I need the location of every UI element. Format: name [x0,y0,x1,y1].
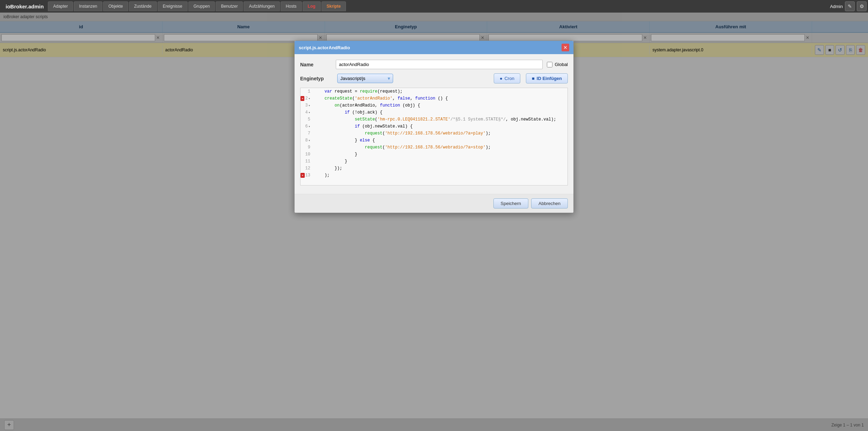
tab-zustaende[interactable]: Zustände [129,1,157,11]
code-line-3: 3 ▾ on(actorAndRadio, function (obj) { [301,102,567,109]
id-einfugen-btn[interactable]: ■ ID Einfügen [526,73,568,83]
code-content-5: setState('hm-rpc.0.LEQ0411821.2.STATE'/*… [313,116,567,123]
form-row-name: Name Global [300,60,568,69]
gear-icon-btn[interactable]: ⚙ [857,1,867,11]
code-content-9: request('http://192.168.178.56/webradio/… [313,144,567,151]
code-line-7: 7 request('http://192.168.178.56/webradi… [301,130,567,137]
gutter-2: ✕ 2 ▾ [301,96,313,101]
code-content-10: } [313,151,567,158]
code-line-6: 6 ▾ if (obj.newState.val) { [301,123,567,130]
code-content-8: } else { [313,137,567,144]
line-num-11: 11 [305,159,310,164]
error-icon-13: ✕ [301,173,305,178]
cron-icon: ● [500,76,502,81]
gutter-13: ✕ 13 [301,173,313,178]
code-line-9: 9 request('http://192.168.178.56/webradi… [301,144,567,151]
code-line-5: 5 setState('hm-rpc.0.LEQ0411821.2.STATE'… [301,116,567,123]
fold-icon-2[interactable]: ▾ [309,97,310,101]
content-area: ioBroker adapter scripts id Name Enginet… [0,13,868,431]
code-line-13: ✕ 13 ); [301,172,567,179]
tab-log[interactable]: Log [303,1,321,11]
code-content-3: on(actorAndRadio, function (obj) { [313,102,567,109]
line-num-1: 1 [308,89,310,94]
enginetyp-select-wrap: Javascript/js CoffeeScript/coffee TypeSc… [337,74,393,83]
global-checkbox[interactable] [547,62,552,67]
save-btn[interactable]: Speichern [493,198,529,209]
topnav-right: Admin ✎ ⚙ [830,1,867,11]
code-content-2: createState('actorAndRadio', false, func… [313,95,567,102]
gutter-10: 10 [301,152,313,157]
id-einfugen-icon: ■ [532,76,535,81]
line-num-2: 2 [305,96,308,101]
tab-skripte[interactable]: Skripte [321,1,346,11]
line-num-8: 8 [305,138,308,143]
code-line-12: 12 }); [301,165,567,172]
script-edit-modal: script.js.actorAndRadio ✕ Name Global En… [294,41,574,213]
tab-adapter[interactable]: Adapter [48,1,73,11]
form-row-engine: Enginetyp Javascript/js CoffeeScript/cof… [300,73,568,83]
modal-body: Name Global Enginetyp Javascript/js Coff… [295,54,573,194]
code-content-6: if (obj.newState.val) { [313,123,567,130]
code-content-4: if (!obj.ack) { [313,109,567,116]
code-line-2: ✕ 2 ▾ createState('actorAndRadio', false… [301,95,567,102]
gutter-1: 1 [301,89,313,94]
id-einfugen-label: ID Einfügen [537,76,562,81]
code-line-11: 11 } [301,158,567,165]
pencil-icon-btn[interactable]: ✎ [845,1,855,11]
global-label: Global [555,62,568,67]
tab-ereignisse[interactable]: Ereignisse [158,1,188,11]
user-label: Admin [830,4,843,9]
line-num-7: 7 [308,131,310,136]
modal-overlay: script.js.actorAndRadio ✕ Name Global En… [0,13,868,431]
gutter-11: 11 [301,159,313,164]
fold-icon-6[interactable]: ▾ [309,125,310,129]
line-num-3: 3 [305,103,308,108]
fold-icon-3[interactable]: ▾ [309,104,310,108]
gutter-3: 3 ▾ [301,103,313,108]
code-content-11: } [313,158,567,165]
tab-hosts[interactable]: Hosts [281,1,302,11]
gutter-12: 12 [301,166,313,171]
tab-objekte[interactable]: Objekte [103,1,128,11]
cancel-btn[interactable]: Abbrechen [531,198,568,209]
name-input[interactable] [336,60,543,69]
modal-header: script.js.actorAndRadio ✕ [295,41,573,54]
code-line-10: 10 } [301,151,567,158]
gutter-7: 7 [301,131,313,136]
line-num-10: 10 [305,152,310,157]
name-label: Name [300,62,332,67]
code-line-1: 1 var request = require(request); [301,88,567,95]
gutter-8: 8 ▾ [301,138,313,143]
fold-icon-4[interactable]: ▾ [309,111,310,115]
fold-icon-8[interactable]: ▾ [309,139,310,143]
tab-aufzaehlungen[interactable]: Aufzählungen [244,1,280,11]
code-editor[interactable]: 1 var request = require(request); ✕ 2 ▾ … [300,88,568,185]
enginetyp-select[interactable]: Javascript/js CoffeeScript/coffee TypeSc… [337,74,393,83]
code-content-1: var request = require(request); [313,88,567,95]
cron-label: Cron [505,76,514,81]
line-num-9: 9 [308,145,310,150]
gutter-4: 4 ▾ [301,110,313,115]
line-num-4: 4 [305,110,308,115]
brand-label: ioBroker.admin [1,3,48,9]
tab-gruppen[interactable]: Gruppen [188,1,215,11]
code-line-8: 8 ▾ } else { [301,137,567,144]
cron-btn[interactable]: ● Cron [494,73,520,83]
gutter-6: 6 ▾ [301,124,313,129]
code-content-12: }); [313,165,567,172]
modal-close-btn[interactable]: ✕ [562,44,569,51]
global-checkbox-group: Global [547,62,568,67]
code-content-13: ); [313,172,567,179]
topnav: ioBroker.admin Adapter Instanzen Objekte… [0,0,868,13]
nav-tabs: Adapter Instanzen Objekte Zustände Ereig… [48,1,830,11]
tab-benutzer[interactable]: Benutzer [216,1,243,11]
modal-title: script.js.actorAndRadio [299,45,350,50]
modal-footer: Speichern Abbrechen [295,194,573,213]
tab-instanzen[interactable]: Instanzen [74,1,102,11]
error-icon-2: ✕ [301,96,304,101]
line-num-12: 12 [305,166,310,171]
gutter-5: 5 [301,117,313,122]
line-num-6: 6 [305,124,308,129]
line-num-5: 5 [308,117,310,122]
code-line-4: 4 ▾ if (!obj.ack) { [301,109,567,116]
